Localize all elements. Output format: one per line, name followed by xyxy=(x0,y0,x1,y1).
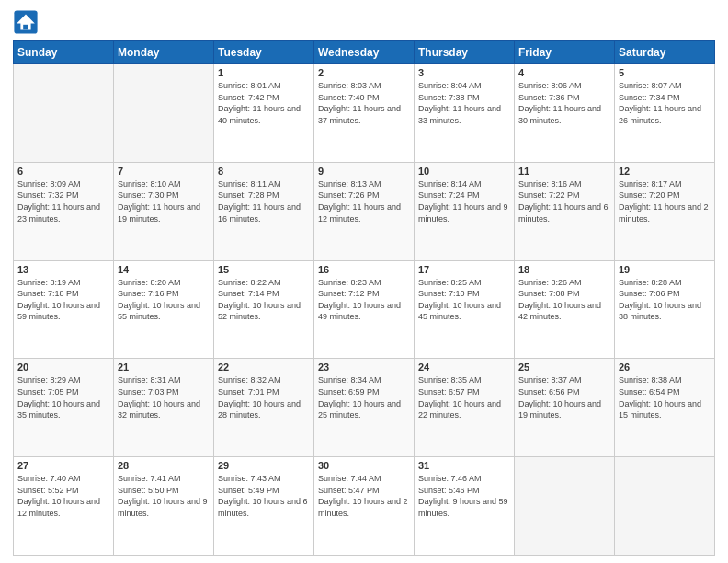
calendar-cell: 7Sunrise: 8:10 AM Sunset: 7:30 PM Daylig… xyxy=(114,162,214,260)
logo-icon xyxy=(13,9,39,35)
day-info: Sunrise: 8:14 AM Sunset: 7:24 PM Dayligh… xyxy=(418,178,510,224)
calendar-body: 1Sunrise: 8:01 AM Sunset: 7:42 PM Daylig… xyxy=(14,64,715,556)
day-number: 5 xyxy=(619,67,711,78)
day-number: 15 xyxy=(218,264,310,275)
day-number: 8 xyxy=(218,166,310,177)
day-info: Sunrise: 8:32 AM Sunset: 7:01 PM Dayligh… xyxy=(218,374,310,420)
calendar-cell: 25Sunrise: 8:37 AM Sunset: 6:56 PM Dayli… xyxy=(515,359,615,457)
day-number: 11 xyxy=(518,166,610,177)
day-number: 19 xyxy=(619,264,711,275)
day-info: Sunrise: 8:13 AM Sunset: 7:26 PM Dayligh… xyxy=(318,178,410,224)
day-number: 28 xyxy=(118,460,210,471)
day-info: Sunrise: 8:17 AM Sunset: 7:20 PM Dayligh… xyxy=(619,178,711,224)
day-info: Sunrise: 7:44 AM Sunset: 5:47 PM Dayligh… xyxy=(318,473,410,519)
day-number: 7 xyxy=(118,166,210,177)
day-info: Sunrise: 8:20 AM Sunset: 7:16 PM Dayligh… xyxy=(118,277,210,323)
day-number: 22 xyxy=(218,362,310,373)
calendar-cell xyxy=(114,64,214,163)
calendar-cell xyxy=(515,457,615,556)
day-number: 24 xyxy=(418,362,510,373)
calendar-cell: 1Sunrise: 8:01 AM Sunset: 7:42 PM Daylig… xyxy=(214,64,314,163)
day-info: Sunrise: 8:28 AM Sunset: 7:06 PM Dayligh… xyxy=(619,277,711,323)
day-info: Sunrise: 8:25 AM Sunset: 7:10 PM Dayligh… xyxy=(418,277,510,323)
calendar-cell: 19Sunrise: 8:28 AM Sunset: 7:06 PM Dayli… xyxy=(615,260,715,359)
day-info: Sunrise: 8:07 AM Sunset: 7:34 PM Dayligh… xyxy=(619,80,711,126)
calendar-cell: 24Sunrise: 8:35 AM Sunset: 6:57 PM Dayli… xyxy=(415,359,515,457)
day-info: Sunrise: 8:31 AM Sunset: 7:03 PM Dayligh… xyxy=(118,374,210,420)
calendar-cell: 3Sunrise: 8:04 AM Sunset: 7:38 PM Daylig… xyxy=(415,64,515,163)
calendar-cell: 20Sunrise: 8:29 AM Sunset: 7:05 PM Dayli… xyxy=(14,359,114,457)
calendar-cell: 30Sunrise: 7:44 AM Sunset: 5:47 PM Dayli… xyxy=(314,457,415,556)
weekday-header-wednesday: Wednesday xyxy=(314,41,415,64)
day-number: 23 xyxy=(318,362,410,373)
day-number: 16 xyxy=(318,264,410,275)
calendar-cell xyxy=(14,64,114,163)
calendar-cell: 12Sunrise: 8:17 AM Sunset: 7:20 PM Dayli… xyxy=(615,162,715,260)
day-info: Sunrise: 8:09 AM Sunset: 7:32 PM Dayligh… xyxy=(17,178,109,224)
day-info: Sunrise: 8:38 AM Sunset: 6:54 PM Dayligh… xyxy=(619,374,711,420)
top-bar xyxy=(13,9,715,35)
day-number: 18 xyxy=(518,264,610,275)
calendar-cell: 29Sunrise: 7:43 AM Sunset: 5:49 PM Dayli… xyxy=(214,457,314,556)
calendar-cell: 22Sunrise: 8:32 AM Sunset: 7:01 PM Dayli… xyxy=(214,359,314,457)
calendar-week-row: 20Sunrise: 8:29 AM Sunset: 7:05 PM Dayli… xyxy=(14,359,715,457)
day-number: 29 xyxy=(218,460,310,471)
calendar-cell: 21Sunrise: 8:31 AM Sunset: 7:03 PM Dayli… xyxy=(114,359,214,457)
calendar-cell: 2Sunrise: 8:03 AM Sunset: 7:40 PM Daylig… xyxy=(314,64,415,163)
weekday-header-tuesday: Tuesday xyxy=(214,41,314,64)
calendar-week-row: 1Sunrise: 8:01 AM Sunset: 7:42 PM Daylig… xyxy=(14,64,715,163)
day-number: 21 xyxy=(118,362,210,373)
day-info: Sunrise: 8:11 AM Sunset: 7:28 PM Dayligh… xyxy=(218,178,310,224)
day-info: Sunrise: 7:40 AM Sunset: 5:52 PM Dayligh… xyxy=(17,473,109,519)
calendar-cell: 17Sunrise: 8:25 AM Sunset: 7:10 PM Dayli… xyxy=(415,260,515,359)
calendar-cell: 27Sunrise: 7:40 AM Sunset: 5:52 PM Dayli… xyxy=(14,457,114,556)
calendar-cell: 16Sunrise: 8:23 AM Sunset: 7:12 PM Dayli… xyxy=(314,260,415,359)
calendar-cell: 5Sunrise: 8:07 AM Sunset: 7:34 PM Daylig… xyxy=(615,64,715,163)
calendar-cell: 8Sunrise: 8:11 AM Sunset: 7:28 PM Daylig… xyxy=(214,162,314,260)
calendar-week-row: 27Sunrise: 7:40 AM Sunset: 5:52 PM Dayli… xyxy=(14,457,715,556)
day-info: Sunrise: 8:01 AM Sunset: 7:42 PM Dayligh… xyxy=(218,80,310,126)
calendar-cell xyxy=(615,457,715,556)
day-number: 20 xyxy=(17,362,109,373)
day-number: 12 xyxy=(619,166,711,177)
calendar-header: SundayMondayTuesdayWednesdayThursdayFrid… xyxy=(14,41,715,64)
day-number: 17 xyxy=(418,264,510,275)
calendar-cell: 28Sunrise: 7:41 AM Sunset: 5:50 PM Dayli… xyxy=(114,457,214,556)
day-number: 25 xyxy=(518,362,610,373)
day-info: Sunrise: 8:19 AM Sunset: 7:18 PM Dayligh… xyxy=(17,277,109,323)
calendar-cell: 14Sunrise: 8:20 AM Sunset: 7:16 PM Dayli… xyxy=(114,260,214,359)
day-info: Sunrise: 7:41 AM Sunset: 5:50 PM Dayligh… xyxy=(118,473,210,519)
day-info: Sunrise: 8:22 AM Sunset: 7:14 PM Dayligh… xyxy=(218,277,310,323)
day-info: Sunrise: 8:29 AM Sunset: 7:05 PM Dayligh… xyxy=(17,374,109,420)
svg-rect-2 xyxy=(23,25,28,30)
day-info: Sunrise: 8:06 AM Sunset: 7:36 PM Dayligh… xyxy=(518,80,610,126)
day-info: Sunrise: 8:26 AM Sunset: 7:08 PM Dayligh… xyxy=(518,277,610,323)
day-info: Sunrise: 8:34 AM Sunset: 6:59 PM Dayligh… xyxy=(318,374,410,420)
day-number: 1 xyxy=(218,67,310,78)
day-number: 10 xyxy=(418,166,510,177)
logo xyxy=(13,9,42,35)
day-info: Sunrise: 8:03 AM Sunset: 7:40 PM Dayligh… xyxy=(318,80,410,126)
calendar-cell: 26Sunrise: 8:38 AM Sunset: 6:54 PM Dayli… xyxy=(615,359,715,457)
weekday-header-thursday: Thursday xyxy=(415,41,515,64)
weekday-header-friday: Friday xyxy=(515,41,615,64)
calendar-cell: 9Sunrise: 8:13 AM Sunset: 7:26 PM Daylig… xyxy=(314,162,415,260)
day-number: 13 xyxy=(17,264,109,275)
day-number: 26 xyxy=(619,362,711,373)
day-info: Sunrise: 8:04 AM Sunset: 7:38 PM Dayligh… xyxy=(418,80,510,126)
calendar: SundayMondayTuesdayWednesdayThursdayFrid… xyxy=(13,40,715,556)
day-number: 4 xyxy=(518,67,610,78)
day-info: Sunrise: 8:16 AM Sunset: 7:22 PM Dayligh… xyxy=(518,178,610,224)
day-number: 31 xyxy=(418,460,510,471)
day-info: Sunrise: 8:23 AM Sunset: 7:12 PM Dayligh… xyxy=(318,277,410,323)
weekday-header-monday: Monday xyxy=(114,41,214,64)
day-number: 27 xyxy=(17,460,109,471)
calendar-cell: 31Sunrise: 7:46 AM Sunset: 5:46 PM Dayli… xyxy=(415,457,515,556)
calendar-cell: 10Sunrise: 8:14 AM Sunset: 7:24 PM Dayli… xyxy=(415,162,515,260)
day-number: 2 xyxy=(318,67,410,78)
calendar-cell: 13Sunrise: 8:19 AM Sunset: 7:18 PM Dayli… xyxy=(14,260,114,359)
day-info: Sunrise: 8:35 AM Sunset: 6:57 PM Dayligh… xyxy=(418,374,510,420)
day-number: 9 xyxy=(318,166,410,177)
calendar-cell: 23Sunrise: 8:34 AM Sunset: 6:59 PM Dayli… xyxy=(314,359,415,457)
calendar-cell: 6Sunrise: 8:09 AM Sunset: 7:32 PM Daylig… xyxy=(14,162,114,260)
